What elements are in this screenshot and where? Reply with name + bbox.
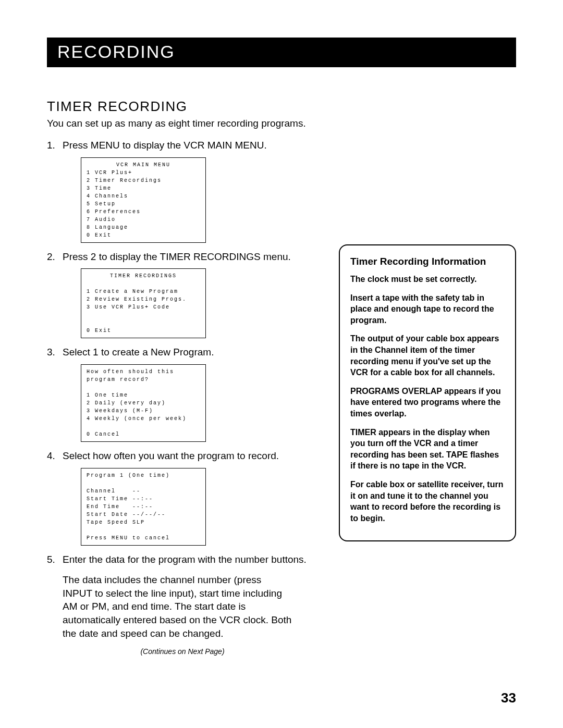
menu-line: 3 Weekdays (M-F) [87,408,153,414]
menu-line: 8 Language [87,225,128,230]
step-1: Press MENU to display the VCR MAIN MENU.… [47,139,318,243]
menu-line: 4 Channels [87,193,128,199]
step-4: Select how often you want the program to… [47,449,318,546]
timer-recordings-menu-box: TIMER RECORDINGS 1 Create a New Program … [81,268,206,338]
step-5-detail: The data includes the channel number (pr… [63,573,292,640]
frequency-menu-box: How often should this program record? 1 … [81,364,206,442]
timer-recording-info-box: Timer Recording Information The clock mu… [339,244,516,541]
step-1-text: Press MENU to display the VCR MAIN MENU. [63,140,267,151]
step-4-text: Select how often you want the program to… [63,450,279,461]
step-3: Select 1 to create a New Program. How of… [47,346,318,442]
info-paragraph: For cable box or satellite receiver, tur… [350,479,505,524]
menu-line: Tape Speed SLP [87,520,145,525]
step-5: Enter the data for the program with the … [47,553,318,566]
info-paragraph: TIMER appears in the display when you tu… [350,427,505,472]
menu-line: 2 Daily (every day) [87,400,166,406]
info-paragraph: The output of your cable box appears in … [350,333,505,378]
step-2: Press 2 to display the TIMER RECORDINGS … [47,250,318,339]
vcr-main-menu-box: VCR MAIN MENU1 VCR Plus+ 2 Timer Recordi… [81,157,206,243]
main-column: Timer Recording You can set up as many a… [47,98,318,656]
menu-line: 0 Cancel [87,431,120,437]
menu-line: How often should this [87,369,174,375]
menu-line: 7 Audio [87,217,116,223]
info-paragraph: The clock must be set correctly. [350,274,505,285]
menu-line: 4 Weekly (once per week) [87,416,187,422]
page-number: 33 [501,690,516,706]
menu-line: program record? [87,377,149,382]
chapter-header: Recording [47,38,516,67]
sidebar-column: Timer Recording Information The clock mu… [339,244,516,541]
menu-line: 0 Exit [87,328,112,334]
steps-list: Press MENU to display the VCR MAIN MENU.… [47,139,318,566]
content-columns: Timer Recording You can set up as many a… [47,98,516,656]
menu-line: Start Date --/--/-- [87,512,166,517]
menu-line: 1 VCR Plus+ [87,170,132,176]
step-3-text: Select 1 to create a New Program. [63,347,214,357]
menu-line: 1 One time [87,392,128,398]
info-box-title: Timer Recording Information [350,256,505,267]
menu-line: 0 Exit [87,232,112,238]
continues-note: (Continues on Next Page) [47,647,318,656]
menu-line: Program 1 (One time) [87,473,170,478]
intro-text: You can set up as many as eight timer re… [47,118,318,129]
menu-line: 2 Timer Recordings [87,178,162,183]
info-paragraph: Insert a tape with the safety tab in pla… [350,292,505,326]
menu-line: 3 Use VCR Plus+ Code [87,304,170,310]
menu-line: 3 Time [87,186,112,191]
menu-line: 5 Setup [87,201,116,207]
info-paragraph: PROGRAMS OVERLAP appears if you have ent… [350,386,505,419]
menu-line: Channel -- [87,488,141,494]
chapter-title: Recording [57,42,506,62]
section-title: Timer Recording [47,98,318,115]
menu-line: 1 Create a New Program [87,289,178,294]
menu-line: End Time --:-- [87,504,153,510]
step-2-text: Press 2 to display the TIMER RECORDINGS … [63,251,291,262]
page: Recording Timer Recording You can set up… [0,0,563,728]
menu-line: 6 Preferences [87,209,141,215]
program-menu-box: Program 1 (One time) Channel -- Start Ti… [81,468,206,546]
menu-line: Press MENU to cancel [87,535,170,541]
step-5-text: Enter the data for the program with the … [63,554,307,565]
menu-line: Start Time --:-- [87,496,153,502]
menu-title: VCR MAIN MENU [87,161,200,169]
menu-title: TIMER RECORDINGS [87,272,200,280]
menu-line: 2 Review Existing Progs. [87,297,187,302]
